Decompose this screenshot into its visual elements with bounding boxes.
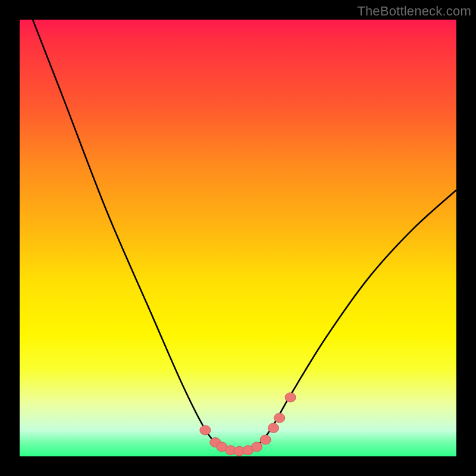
bottleneck-curve <box>33 20 456 452</box>
highlight-marker <box>268 423 279 433</box>
highlight-marker <box>285 393 296 402</box>
highlight-marker <box>274 413 285 422</box>
highlight-marker <box>252 442 262 452</box>
watermark-text: TheBottleneck.com <box>357 4 471 19</box>
highlight-marker <box>260 435 271 444</box>
outer-frame: TheBottleneck.com <box>0 0 476 476</box>
chart-svg <box>20 20 456 456</box>
highlight-marker <box>200 425 211 435</box>
highlight-markers <box>200 393 296 456</box>
plot-area <box>20 20 456 456</box>
